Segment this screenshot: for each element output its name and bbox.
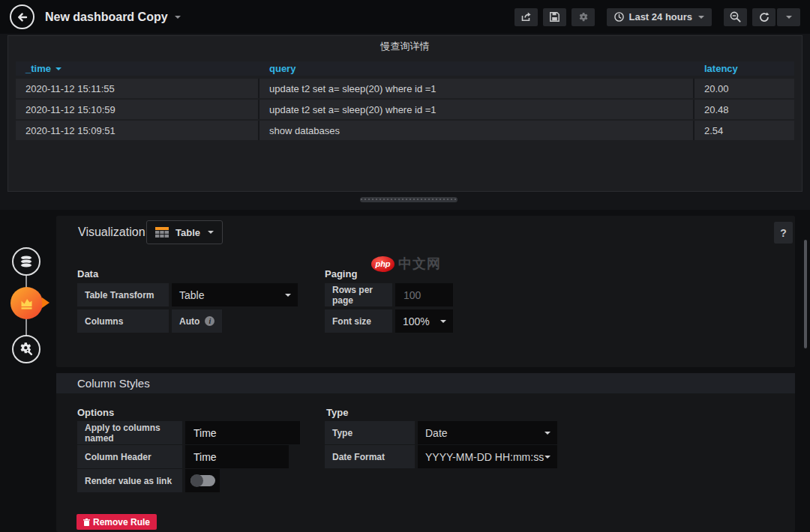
paging-section-title: Paging <box>325 268 357 279</box>
data-table: _time query latency 2020-11-12 15:11:55u… <box>16 61 794 142</box>
watermark: php 中文网 <box>371 255 441 273</box>
table-cell[interactable]: 20.00 <box>694 79 794 98</box>
time-range-caret-icon <box>698 16 704 19</box>
table-header-row: _time query latency <box>16 61 794 76</box>
save-button[interactable] <box>543 8 566 26</box>
share-icon <box>521 12 532 22</box>
time-range-picker[interactable]: Last 24 hours <box>607 8 712 26</box>
sort-caret-icon <box>56 67 62 70</box>
help-button[interactable]: ? <box>774 222 793 244</box>
column-header-input[interactable] <box>185 445 289 468</box>
select-caret-icon <box>544 432 550 435</box>
table-viz-icon <box>155 227 169 238</box>
select-caret-icon <box>544 456 550 459</box>
clock-icon <box>614 12 628 22</box>
apply-columns-label: Apply to columns named <box>77 421 182 444</box>
panel-resize-handle[interactable] <box>360 197 458 202</box>
table-cell[interactable]: update t2 set a= sleep(20) where id =1 <box>260 100 694 119</box>
type-section-title: Type <box>326 407 348 418</box>
select-caret-icon <box>285 294 291 297</box>
php-logo: php <box>371 256 394 272</box>
dashboard-title-caret-icon[interactable] <box>175 16 181 19</box>
chart-icon <box>19 295 35 312</box>
table-cell[interactable]: update t2 set a= sleep(20) where id =1 <box>260 79 694 98</box>
gear-icon <box>578 11 589 22</box>
column-header-latency[interactable]: latency <box>694 63 794 74</box>
table-cell[interactable]: 2020-11-12 15:09:51 <box>16 121 260 140</box>
visualization-caret-icon <box>208 231 214 234</box>
column-styles-header[interactable]: Column Styles <box>56 373 795 393</box>
data-section-title: Data <box>77 268 98 279</box>
visualization-type-dropdown[interactable]: Table <box>146 220 223 244</box>
font-size-select[interactable]: 100% <box>395 309 453 333</box>
table-transform-row: Table Transform Table <box>77 283 298 306</box>
table-cell[interactable]: 2020-11-12 15:11:55 <box>16 79 260 98</box>
tab-general-settings[interactable] <box>12 335 40 363</box>
apply-columns-input[interactable] <box>185 421 300 444</box>
visualization-type-value: Table <box>176 227 200 238</box>
watermark-text: 中文网 <box>398 255 441 273</box>
dashboard-title[interactable]: New dashboard Copy <box>45 10 168 24</box>
back-button[interactable] <box>10 4 34 29</box>
column-styles-panel: Column Styles Options Type Apply to colu… <box>56 373 795 532</box>
refresh-button[interactable] <box>752 8 776 26</box>
panel-editor: Visualization Table ? Data Paging Table … <box>0 210 810 532</box>
top-navbar: New dashboard Copy Last 24 hours <box>0 0 810 34</box>
refresh-icon <box>759 12 770 22</box>
render-link-row: Render value as link <box>77 469 220 492</box>
table-transform-select[interactable]: Table <box>172 283 298 306</box>
select-caret-icon <box>440 320 446 323</box>
database-icon <box>18 253 34 270</box>
table-body: 2020-11-12 15:11:55update t2 set a= slee… <box>16 79 794 140</box>
remove-rule-label: Remove Rule <box>93 517 150 528</box>
date-format-label: Date Format <box>325 445 415 468</box>
tab-queries[interactable] <box>12 247 40 276</box>
table-cell[interactable]: show databases <box>260 121 694 140</box>
apply-columns-row: Apply to columns named <box>77 421 300 444</box>
scrollbar-thumb[interactable] <box>804 240 807 348</box>
table-transform-label: Table Transform <box>77 283 169 306</box>
columns-auto-box[interactable]: Auto i <box>172 309 222 333</box>
options-section-title: Options <box>77 407 114 418</box>
time-range-label: Last 24 hours <box>628 11 692 22</box>
zoom-out-button[interactable] <box>724 8 747 26</box>
refresh-interval-dropdown[interactable] <box>777 8 800 26</box>
gear-wrench-icon <box>18 341 34 357</box>
table-panel: 慢查询详情 _time query latency 2020-11-12 15:… <box>8 35 802 192</box>
type-select[interactable]: Date <box>418 421 557 444</box>
arrow-left-icon <box>16 11 28 23</box>
columns-label: Columns <box>77 309 169 333</box>
column-header-row: Column Header <box>77 445 289 468</box>
navbar-actions: Last 24 hours <box>509 8 800 26</box>
settings-button[interactable] <box>572 8 595 26</box>
font-size-label: Font size <box>325 309 392 333</box>
share-button[interactable] <box>514 8 538 26</box>
table-row: 2020-11-12 15:10:59update t2 set a= slee… <box>16 100 794 119</box>
panel-title[interactable]: 慢查询详情 <box>8 36 802 53</box>
visualization-heading: Visualization <box>78 226 146 239</box>
table-cell[interactable]: 20.48 <box>694 100 794 119</box>
render-link-toggle[interactable] <box>185 469 220 492</box>
columns-row: Columns Auto i <box>77 309 222 333</box>
tab-visualization-active[interactable] <box>10 287 43 319</box>
table-cell[interactable]: 2020-11-12 15:10:59 <box>16 100 260 119</box>
visualization-panel: Visualization Table ? Data Paging Table … <box>56 216 795 367</box>
toggle-off-icon <box>190 475 215 486</box>
trash-icon <box>83 519 90 526</box>
column-header-time[interactable]: _time <box>16 63 260 74</box>
dashboard-area: 慢查询详情 _time query latency 2020-11-12 15:… <box>0 34 810 210</box>
column-header-query[interactable]: query <box>260 63 694 74</box>
render-link-label: Render value as link <box>77 469 182 492</box>
table-row: 2020-11-12 15:11:55update t2 set a= slee… <box>16 79 794 98</box>
remove-rule-button[interactable]: Remove Rule <box>76 514 157 530</box>
table-cell[interactable]: 2.54 <box>694 121 794 140</box>
rows-per-page-input[interactable] <box>395 283 453 306</box>
info-icon: i <box>205 316 214 326</box>
type-row: Type Date <box>325 421 557 444</box>
table-row: 2020-11-12 15:09:51show databases2.54 <box>16 121 794 140</box>
type-label: Type <box>325 421 415 444</box>
column-header-label: Column Header <box>77 445 182 468</box>
date-format-row: Date Format YYYY-MM-DD HH:mm:ss <box>325 445 557 468</box>
date-format-select[interactable]: YYYY-MM-DD HH:mm:ss <box>418 445 557 468</box>
font-size-row: Font size 100% <box>325 309 453 333</box>
